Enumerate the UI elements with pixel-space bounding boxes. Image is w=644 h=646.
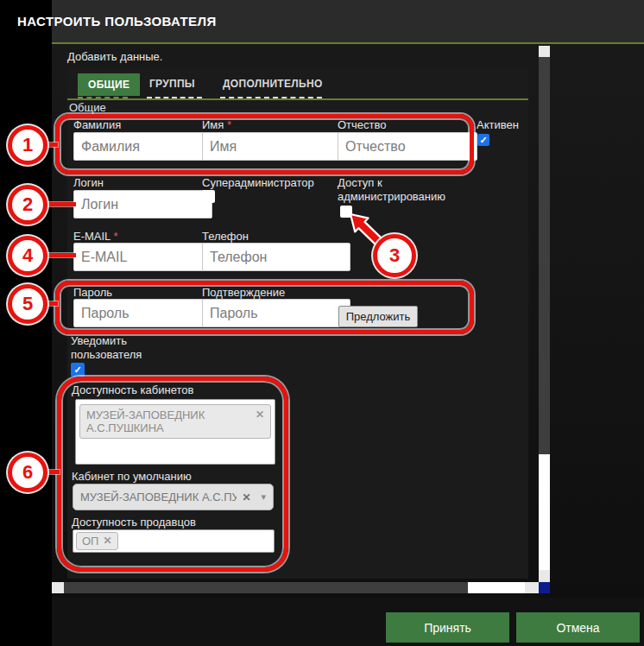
notify-user-label: Уведомить пользователя xyxy=(71,334,154,362)
cancel-button[interactable]: Отмена xyxy=(516,612,640,643)
tab-general-underline xyxy=(78,97,128,98)
callout-6: 6 xyxy=(8,453,47,492)
annotation-rect-5 xyxy=(55,281,474,334)
annotation-line-2 xyxy=(43,202,76,206)
scroll-up-button[interactable] xyxy=(539,46,550,57)
scroll-right-button[interactable] xyxy=(525,582,539,593)
phone-label: Телефон xyxy=(202,230,249,244)
login-input[interactable] xyxy=(73,190,212,218)
superadmin-checkbox[interactable] xyxy=(202,190,215,203)
tab-general[interactable]: ОБЩИЕ xyxy=(78,73,140,96)
scrollbar-corner xyxy=(539,582,550,593)
callout-3: 3 xyxy=(373,234,416,277)
phone-input[interactable] xyxy=(202,243,350,271)
required-asterisk: * xyxy=(113,230,117,243)
callout-2: 2 xyxy=(8,185,47,225)
annotation-rect-6 xyxy=(57,377,288,572)
tabs-divider xyxy=(67,98,528,100)
tab-groups-underline xyxy=(147,97,202,98)
check-icon: ✓ xyxy=(479,135,487,146)
callout-1: 1 xyxy=(8,125,47,165)
dialog-title: НАСТРОИТЬ ПОЛЬЗОВАТЕЛЯ xyxy=(17,14,217,28)
horizontal-scrollbar-thumb[interactable] xyxy=(64,582,468,593)
callout-4: 4 xyxy=(8,236,47,276)
tab-additional[interactable]: ДОПОЛНИТЕЛЬНО xyxy=(223,78,323,90)
annotation-line-4 xyxy=(43,253,76,257)
vertical-scrollbar-thumb[interactable] xyxy=(539,57,550,454)
dialog-subtitle: Добавить данные. xyxy=(67,50,162,63)
vertical-scrollbar-track[interactable] xyxy=(539,454,550,570)
superadmin-label: Суперадминистратор xyxy=(202,176,314,190)
email-input[interactable] xyxy=(73,243,212,271)
tab-additional-underline xyxy=(220,97,322,98)
email-label-text: E-MAIL xyxy=(73,230,110,243)
check-icon: ✓ xyxy=(73,364,81,376)
screen: НАСТРОИТЬ ПОЛЬЗОВАТЕЛЯ Добавить данные. … xyxy=(0,0,644,646)
scroll-left-button[interactable] xyxy=(52,582,64,593)
login-label: Логин xyxy=(73,176,104,190)
notify-user-checkbox[interactable]: ✓ xyxy=(71,363,85,377)
scroll-down-button[interactable] xyxy=(539,570,550,582)
active-label: Активен xyxy=(477,118,519,132)
section-title: Общие xyxy=(69,101,106,114)
callout-5: 5 xyxy=(8,284,47,324)
horizontal-scrollbar-track[interactable] xyxy=(468,582,525,593)
active-checkbox[interactable]: ✓ xyxy=(477,134,489,146)
email-label: E-MAIL * xyxy=(73,230,118,244)
tab-groups[interactable]: ГРУППЫ xyxy=(149,78,195,90)
accept-button[interactable]: Принять xyxy=(386,612,509,643)
annotation-rect-1 xyxy=(55,114,474,174)
admin-access-label: Доступ к администрированию xyxy=(338,176,451,204)
